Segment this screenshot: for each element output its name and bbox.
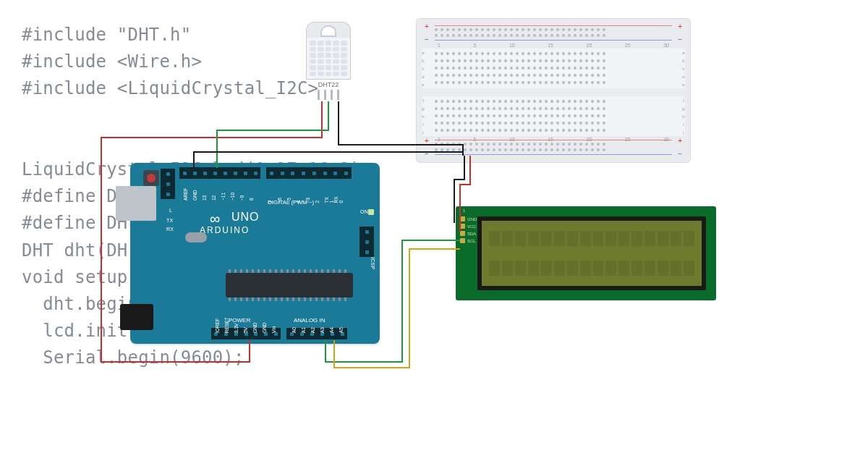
rail-plus-icon: + [678, 22, 682, 30]
arduino-analog-label: ANALOG IN [294, 317, 326, 324]
rail-plus-icon: + [425, 22, 429, 30]
arduino-power-jack [120, 304, 153, 330]
wiring-diagram-canvas: #include "DHT.h" #include <Wire.h> #incl… [0, 0, 868, 456]
lcd-screen-bezel [477, 216, 706, 290]
dht22-pins [306, 90, 351, 100]
dht22-cap [306, 22, 351, 38]
arduino-digital-header-left [179, 167, 260, 179]
rail-minus-icon: − [425, 150, 429, 158]
arduino-brand: ARDUINO [200, 225, 250, 235]
arduino-rx-label: RX [166, 227, 174, 232]
dht22-label: DHT22 [306, 81, 351, 88]
lcd-pin-header: GND VCC SDA SCL [460, 216, 477, 243]
arduino-icsp-header [359, 227, 374, 257]
breadboard-col-numbers: 151015202530 [438, 43, 669, 48]
rail-plus-icon: + [678, 137, 682, 145]
arduino-model: UNO [231, 211, 260, 224]
lcd-pin1-label: 1 [463, 208, 465, 213]
arduino-power-label: POWER [229, 317, 250, 324]
rail-minus-icon: − [425, 35, 429, 43]
lcd-row [489, 231, 694, 246]
arduino-on-led [368, 209, 374, 215]
lcd-i2c-module: 1 GND VCC SDA SCL [456, 206, 716, 300]
breadboard-rail-holes [435, 34, 672, 37]
arduino-digital-header-right [266, 167, 352, 179]
dht22-grille [306, 38, 351, 80]
breadboard-rail-holes [435, 28, 672, 31]
arduino-icsp-header [161, 169, 175, 199]
lcd-row [489, 261, 694, 276]
breadboard: + + − − 151015202530 abcde abcde fghij [416, 18, 691, 163]
arduino-icsp-label: ICSP [370, 257, 375, 270]
arduino-crystal [185, 232, 207, 242]
arduino-digital-label: DIGITAL (PWM ~) [268, 199, 314, 206]
rail-minus-icon: − [678, 150, 682, 158]
arduino-atmega-chip [226, 273, 353, 297]
arduino-reset-button [143, 170, 159, 186]
lcd-display [482, 221, 702, 286]
rail-plus-icon: + [425, 137, 429, 145]
arduino-l-label: L [169, 208, 172, 213]
arduino-tx-label: TX [166, 218, 174, 223]
arduino-usb-port [116, 186, 156, 221]
rail-minus-icon: − [678, 35, 682, 43]
wire-dht-data [217, 101, 328, 168]
dht22-sensor: DHT22 [306, 22, 351, 93]
arduino-uno-board: AREFGND1312~11~10~98 7~6~54~32TX 1RX 0 I… [130, 163, 380, 344]
arduino-on-label: ON [360, 209, 368, 214]
